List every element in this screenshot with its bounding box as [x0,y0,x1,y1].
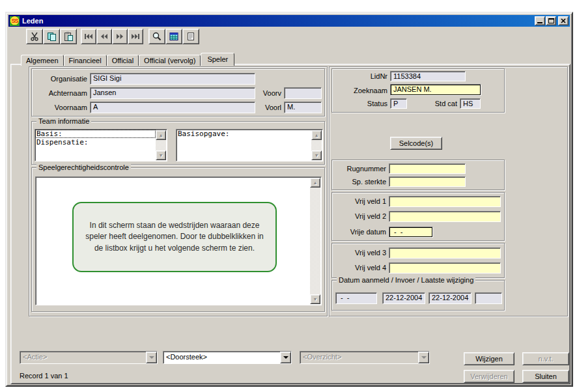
copy-button[interactable] [43,29,60,44]
achternaam-label: Achternaam [26,89,87,97]
speelgerechtigheid-title: Speelgerechtigheidscontrole [36,163,131,172]
search-icon [152,31,162,42]
scroll-down-icon[interactable]: ▼ [311,150,322,160]
next-record-button[interactable] [112,29,128,44]
lidnr-label: LidNr [335,72,387,80]
tab-label: Official [112,57,134,64]
scroll-down-icon[interactable]: ▼ [156,150,166,160]
table-view-button[interactable] [165,29,182,44]
vertical-scrollbar[interactable]: ▲ ▼ [156,130,166,160]
tab-label: Speler [207,55,228,63]
chevron-down-icon [283,356,288,361]
organisatie-field: SIGI Sigi [90,73,255,85]
minimize-button[interactable] [535,16,545,25]
vrij-veld-3-label: Vrij veld 3 [329,249,386,257]
dropdown-button [418,352,429,363]
copy-icon [46,31,57,42]
status-field: P [390,98,407,109]
sluiten-button[interactable]: Sluiten [522,370,569,383]
tab-strip: Algemeen Financieel Official Official (v… [21,53,234,66]
vrij-veld-1-label: Vrij veld 1 [329,197,386,205]
team-informatie-title: Team informatie [36,117,91,126]
organisatie-label: Organisatie [26,75,87,83]
vrije-datum-label: Vrije datum [329,228,386,236]
cut-button[interactable] [26,29,43,44]
sp-sterkte-label: Sp. sterkte [329,178,386,186]
info-note: In dit scherm staan de wedstrijden waara… [72,202,277,272]
tab-label: Official (vervolg) [144,57,195,64]
vertical-scrollbar[interactable]: ▲ ▼ [311,130,322,160]
scroll-up-icon[interactable]: ▲ [311,130,322,140]
verwijderen-button: Verwijderen [464,370,514,383]
window-title: Leden [22,17,43,25]
maximize-button[interactable] [546,16,556,25]
maximize-icon [548,18,554,23]
scroll-down-icon[interactable]: ▼ [310,294,320,304]
vrij-veld-2-label: Vrij veld 2 [329,212,386,220]
rugnummer-label: Rugnummer [329,165,386,173]
selcode-button[interactable]: Selcode(s) [390,137,442,150]
stdcat-field: HS [460,98,481,109]
title-bar[interactable]: SS Leden [8,15,570,27]
vertical-scrollbar[interactable]: ▲ ▼ [310,178,320,304]
close-icon [561,18,566,23]
minimize-icon [537,22,542,23]
voorl-label: Voorl [253,104,281,111]
vrij-veld-1-field[interactable] [389,196,501,207]
vrij-veld-3-field[interactable] [389,247,501,259]
close-button[interactable] [558,16,569,25]
zoeknaam-label: Zoeknaam [335,87,387,94]
record-status: Record 1 van 1 [20,372,68,380]
sp-sterkte-field[interactable] [389,176,466,187]
zoeknaam-field[interactable]: JANSEN M. [390,84,481,96]
voornaam-field: A [90,102,255,113]
vrije-datum-field[interactable]: - - [389,227,433,238]
list-item[interactable]: Basis: [35,130,156,138]
team-basis-listbox[interactable]: Basis: Dispensatie: ▲ ▼ [35,129,167,161]
datum-extra-field [475,292,502,304]
search-button[interactable] [148,29,165,44]
list-item[interactable]: Dispensatie: [35,138,167,147]
leden-window: SS Leden [5,12,573,387]
dropdown-button [146,352,157,363]
achternaam-field: Jansen [90,87,255,99]
app-icon: SS [10,16,20,26]
rugnummer-field[interactable] [389,163,466,174]
next-record-icon [115,31,125,42]
last-record-button[interactable] [128,29,143,44]
tab-label: Financieel [69,57,102,64]
scroll-up-icon[interactable]: ▲ [156,130,166,140]
tab-financieel[interactable]: Financieel [64,55,107,66]
tab-official[interactable]: Official [107,55,139,66]
vrij-veld-2-field[interactable] [389,211,501,222]
basisopgave-listbox[interactable]: Basisopgave: ▲ ▼ [176,129,323,161]
datum-wijziging-field: 22-12-2004 [429,292,471,304]
previous-record-icon [99,31,109,42]
wedstrijden-listbox[interactable]: In dit scherm staan de wedstrijden waara… [35,176,322,305]
voorv-field [284,87,322,99]
doorsteek-dropdown[interactable]: <Doorsteek> [163,351,292,364]
dropdown-button[interactable] [280,352,291,363]
overzicht-dropdown-value: <Overzicht> [300,352,418,363]
actie-dropdown-value: <Actie> [20,352,146,363]
document-view-button[interactable] [182,29,199,44]
list-item[interactable]: Basisopgave: [176,130,311,138]
tab-official-vervolg[interactable]: Official (vervolg) [139,55,201,66]
document-icon [186,31,196,42]
paste-icon [63,31,74,42]
paste-button[interactable] [60,29,77,44]
overzicht-dropdown: <Overzicht> [300,351,430,364]
previous-record-button[interactable] [96,29,112,44]
wijzigen-button[interactable]: Wijzigen [464,352,514,365]
chevron-down-icon [149,356,154,361]
first-record-button[interactable] [81,29,96,44]
tab-speler[interactable]: Speler [201,53,234,66]
tab-label: Algemeen [26,57,59,64]
vrij-veld-4-field[interactable] [389,262,501,273]
stdcat-label: Std cat [418,100,457,107]
lidnr-field: 1153384 [390,71,466,81]
first-record-icon [83,31,94,42]
tab-algemeen[interactable]: Algemeen [21,55,64,66]
scroll-up-icon[interactable]: ▲ [310,178,320,188]
vrij-veld-4-label: Vrij veld 4 [329,264,386,272]
